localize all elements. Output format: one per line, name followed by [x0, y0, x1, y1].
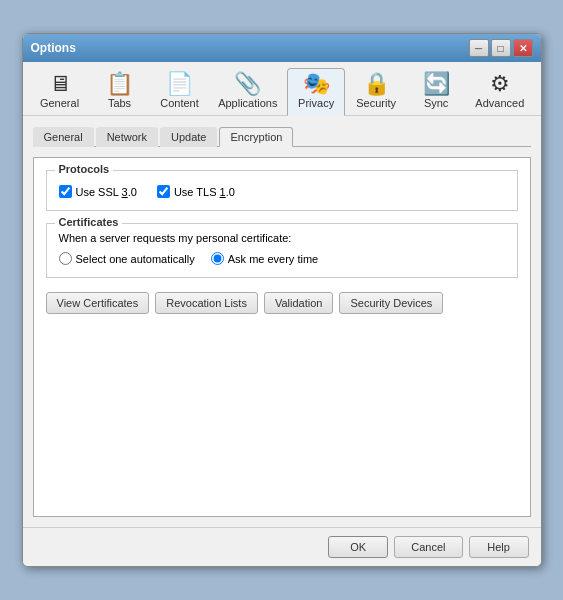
ssl-checkbox-label[interactable]: Use SSL 3.0 — [59, 185, 137, 198]
ssl-label: Use SSL 3.0 — [76, 186, 137, 198]
toolbar-item-advanced[interactable]: ⚙ Advanced — [467, 68, 532, 115]
radio-ask-me-text: Ask me every time — [228, 253, 318, 265]
tab-panel-encryption: Protocols Use SSL 3.0 Use TLS 1.0 Certif… — [33, 157, 531, 517]
radio-ask-me[interactable] — [211, 252, 224, 265]
ok-button[interactable]: OK — [328, 536, 388, 558]
tabs-icon: 📋 — [106, 73, 133, 95]
general-icon: 🖥 — [49, 73, 71, 95]
cancel-button[interactable]: Cancel — [394, 536, 462, 558]
toolbar-item-security[interactable]: 🔒 Security — [347, 68, 405, 115]
tls-checkbox-label[interactable]: Use TLS 1.0 — [157, 185, 235, 198]
privacy-icon: 🎭 — [303, 73, 330, 95]
toolbar-label-applications: Applications — [218, 97, 277, 109]
revocation-lists-button[interactable]: Revocation Lists — [155, 292, 258, 314]
cert-buttons-row: View Certificates Revocation Lists Valid… — [46, 292, 518, 314]
radio-select-auto-text: Select one automatically — [76, 253, 195, 265]
protocols-group-label: Protocols — [55, 163, 114, 175]
toolbar-label-sync: Sync — [424, 97, 448, 109]
footer: OK Cancel Help — [23, 527, 541, 566]
toolbar-label-general: General — [40, 97, 79, 109]
title-bar: Options ─ □ ✕ — [23, 34, 541, 62]
toolbar-label-content: Content — [160, 97, 199, 109]
toolbar-item-sync[interactable]: 🔄 Sync — [407, 68, 465, 115]
toolbar: 🖥 General 📋 Tabs 📄 Content 📎 Application… — [23, 62, 541, 116]
content-icon: 📄 — [166, 73, 193, 95]
minimize-button[interactable]: ─ — [469, 39, 489, 57]
security-icon: 🔒 — [363, 73, 390, 95]
view-certificates-button[interactable]: View Certificates — [46, 292, 150, 314]
tab-bar: General Network Update Encryption — [33, 126, 531, 147]
protocols-row: Use SSL 3.0 Use TLS 1.0 — [59, 185, 505, 198]
toolbar-label-tabs: Tabs — [108, 97, 131, 109]
toolbar-label-privacy: Privacy — [298, 97, 334, 109]
radio-select-auto[interactable] — [59, 252, 72, 265]
tls-version: 1 — [220, 186, 226, 198]
close-button[interactable]: ✕ — [513, 39, 533, 57]
toolbar-label-advanced: Advanced — [475, 97, 524, 109]
certificates-description: When a server requests my personal certi… — [59, 232, 505, 244]
certificates-group-label: Certificates — [55, 216, 123, 228]
options-window: Options ─ □ ✕ 🖥 General 📋 Tabs 📄 Content… — [22, 33, 542, 567]
toolbar-item-content[interactable]: 📄 Content — [151, 68, 209, 115]
tab-update[interactable]: Update — [160, 127, 217, 147]
tab-general[interactable]: General — [33, 127, 94, 147]
maximize-button[interactable]: □ — [491, 39, 511, 57]
window-title: Options — [31, 41, 76, 55]
content-area: General Network Update Encryption Protoc… — [23, 116, 541, 527]
toolbar-item-general[interactable]: 🖥 General — [31, 68, 89, 115]
toolbar-label-security: Security — [356, 97, 396, 109]
protocols-group: Protocols Use SSL 3.0 Use TLS 1.0 — [46, 170, 518, 211]
security-devices-button[interactable]: Security Devices — [339, 292, 443, 314]
radio-ask-me-label[interactable]: Ask me every time — [211, 252, 318, 265]
sync-icon: 🔄 — [423, 73, 450, 95]
toolbar-item-tabs[interactable]: 📋 Tabs — [91, 68, 149, 115]
help-button[interactable]: Help — [469, 536, 529, 558]
tls-checkbox[interactable] — [157, 185, 170, 198]
certificates-radio-row: Select one automatically Ask me every ti… — [59, 252, 505, 265]
validation-button[interactable]: Validation — [264, 292, 334, 314]
tab-network[interactable]: Network — [96, 127, 158, 147]
certificates-group: Certificates When a server requests my p… — [46, 223, 518, 278]
radio-select-auto-label[interactable]: Select one automatically — [59, 252, 195, 265]
tls-label: Use TLS 1.0 — [174, 186, 235, 198]
ssl-checkbox[interactable] — [59, 185, 72, 198]
toolbar-item-applications[interactable]: 📎 Applications — [211, 68, 286, 115]
tab-encryption[interactable]: Encryption — [219, 127, 293, 147]
toolbar-item-privacy[interactable]: 🎭 Privacy — [287, 68, 345, 116]
ssl-version: 3 — [122, 186, 128, 198]
advanced-icon: ⚙ — [490, 73, 510, 95]
applications-icon: 📎 — [234, 73, 261, 95]
window-controls: ─ □ ✕ — [469, 39, 533, 57]
